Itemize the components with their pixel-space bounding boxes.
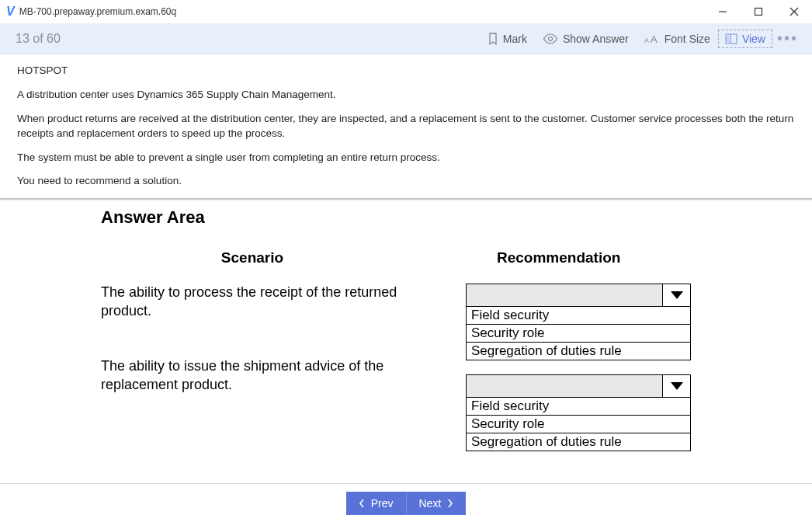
question-p3: The system must be able to prevent a sin… bbox=[17, 151, 795, 165]
toolbar: 13 of 60 Mark Show Answer AA Font Size V… bbox=[0, 23, 812, 54]
recommendation-dropdown: Field security Security role Segregation… bbox=[466, 374, 691, 451]
svg-rect-1 bbox=[755, 9, 762, 16]
answer-area: Answer Area Scenario The ability to proc… bbox=[0, 200, 812, 451]
question-p1: A distribution center uses Dynamics 365 … bbox=[17, 88, 795, 103]
window-controls bbox=[705, 0, 812, 23]
mark-button[interactable]: Mark bbox=[480, 30, 535, 48]
dropdown-option[interactable]: Field security bbox=[467, 307, 690, 325]
next-label: Next bbox=[419, 497, 442, 510]
dropdown-select[interactable] bbox=[466, 374, 663, 398]
window-title: MB-700.prepaway.premium.exam.60q bbox=[19, 6, 705, 17]
recommendation-column-header: Recommendation bbox=[466, 249, 795, 266]
answer-heading: Answer Area bbox=[101, 207, 795, 228]
maximize-button[interactable] bbox=[741, 0, 776, 23]
chevron-down-icon bbox=[670, 381, 684, 391]
dropdown-options: Field security Security role Segregation… bbox=[466, 398, 691, 451]
scenario-text: The ability to process the receipt of th… bbox=[101, 284, 466, 320]
chevron-left-icon bbox=[359, 499, 365, 508]
svg-text:A: A bbox=[644, 37, 649, 44]
show-answer-label: Show Answer bbox=[563, 33, 629, 45]
svg-point-4 bbox=[548, 37, 552, 40]
footer-nav: Prev Next bbox=[0, 483, 812, 522]
bookmark-icon bbox=[488, 33, 498, 45]
question-counter: 13 of 60 bbox=[16, 32, 480, 46]
close-button[interactable] bbox=[776, 0, 812, 23]
scenario-column-header: Scenario bbox=[101, 249, 466, 266]
dropdown-option[interactable]: Field security bbox=[467, 398, 690, 416]
font-size-button[interactable]: AA Font Size bbox=[637, 30, 718, 48]
more-button[interactable]: ••• bbox=[772, 30, 803, 47]
question-type: HOTSPOT bbox=[17, 64, 795, 78]
font-size-label: Font Size bbox=[665, 33, 710, 45]
question-p4: You need to recommend a solution. bbox=[17, 174, 795, 189]
dropdown-option[interactable]: Security role bbox=[467, 325, 690, 343]
dropdown-option[interactable]: Segregation of duties rule bbox=[467, 433, 690, 451]
content-area: HOTSPOT A distribution center uses Dynam… bbox=[0, 54, 812, 483]
question-text: HOTSPOT A distribution center uses Dynam… bbox=[0, 54, 812, 198]
dropdown-select[interactable] bbox=[466, 284, 663, 307]
app-icon: V bbox=[6, 5, 15, 19]
eye-icon bbox=[543, 33, 558, 44]
question-p2: When product returns are received at the… bbox=[17, 112, 795, 141]
chevron-down-icon bbox=[670, 291, 684, 300]
title-bar: V MB-700.prepaway.premium.exam.60q bbox=[0, 0, 812, 23]
view-icon bbox=[725, 33, 737, 44]
prev-button[interactable]: Prev bbox=[346, 492, 407, 515]
view-label: View bbox=[742, 33, 765, 45]
view-button[interactable]: View bbox=[718, 30, 772, 48]
scenario-text: The ability to issue the shipment advice… bbox=[101, 357, 466, 394]
minimize-button[interactable] bbox=[705, 0, 741, 23]
font-size-icon: AA bbox=[644, 33, 660, 44]
dropdown-arrow-button[interactable] bbox=[663, 374, 691, 398]
dropdown-options: Field security Security role Segregation… bbox=[466, 307, 691, 360]
dropdown-option[interactable]: Segregation of duties rule bbox=[467, 343, 690, 360]
show-answer-button[interactable]: Show Answer bbox=[535, 30, 637, 48]
dropdown-option[interactable]: Security role bbox=[467, 416, 690, 433]
next-button[interactable]: Next bbox=[407, 492, 467, 515]
prev-label: Prev bbox=[371, 497, 394, 510]
chevron-right-icon bbox=[447, 499, 453, 508]
recommendation-dropdown: Field security Security role Segregation… bbox=[466, 284, 691, 360]
svg-text:A: A bbox=[651, 33, 658, 44]
dropdown-arrow-button[interactable] bbox=[663, 284, 691, 307]
svg-marker-12 bbox=[671, 291, 683, 299]
mark-label: Mark bbox=[503, 33, 527, 45]
svg-marker-13 bbox=[671, 382, 683, 390]
